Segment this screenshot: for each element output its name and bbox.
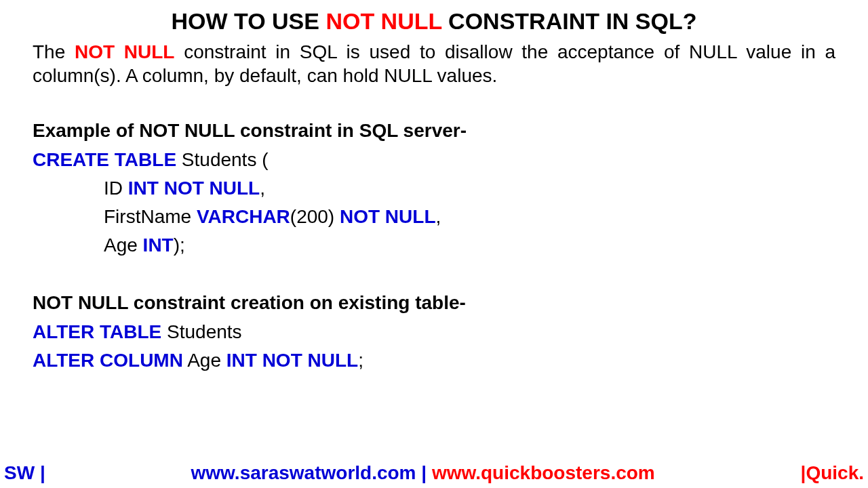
id-post: ,: [260, 178, 265, 199]
description: The NOT NULL constraint in SQL is used t…: [33, 40, 835, 87]
ac-mid: Age: [183, 350, 226, 371]
kw-alter-table: ALTER TABLE: [33, 321, 161, 342]
code-alter-table: ALTER TABLE Students: [33, 318, 835, 346]
code-create-table: CREATE TABLE Students (: [33, 146, 835, 174]
code-age-line: Age INT);: [33, 231, 835, 260]
age-pre: Age: [104, 235, 143, 256]
title-highlight: NOT NULL: [326, 8, 441, 34]
create-rest: Students (: [176, 149, 268, 170]
footer-left: SW |: [4, 462, 45, 484]
code-id-line: ID INT NOT NULL,: [33, 174, 835, 203]
ac-post: ;: [358, 350, 363, 371]
code-alter-column: ALTER COLUMN Age INT NOT NULL;: [33, 346, 835, 375]
footer-center-blue: www.saraswatworld.com |: [191, 462, 432, 483]
kw-int: INT: [143, 235, 174, 256]
footer-right: |Quick.: [801, 462, 864, 484]
code-firstname-line: FirstName VARCHAR(200) NOT NULL,: [33, 203, 835, 231]
kw-alter-column: ALTER COLUMN: [33, 350, 183, 371]
title-pre: HOW TO USE: [171, 8, 326, 34]
footer: SW | www.saraswatworld.com | www.quickbo…: [0, 462, 868, 484]
kw-not-null: NOT NULL: [340, 206, 436, 227]
kw-int-not-null-2: INT NOT NULL: [226, 350, 358, 371]
kw-int-not-null: INT NOT NULL: [128, 178, 260, 199]
desc-pre: The: [33, 41, 75, 62]
fn-post: ,: [436, 206, 441, 227]
footer-center: www.saraswatworld.com | www.quickbooster…: [191, 462, 655, 484]
alter-rest: Students: [161, 321, 241, 342]
fn-mid: (200): [290, 206, 340, 227]
footer-center-red: www.quickboosters.com: [432, 462, 655, 483]
section2-heading: NOT NULL constraint creation on existing…: [33, 292, 835, 314]
age-post: );: [174, 235, 185, 256]
title-post: CONSTRAINT IN SQL?: [442, 8, 697, 34]
section1-heading: Example of NOT NULL constraint in SQL se…: [33, 120, 835, 142]
fn-pre: FirstName: [104, 206, 197, 227]
kw-create-table: CREATE TABLE: [33, 149, 176, 170]
id-pre: ID: [104, 178, 128, 199]
kw-varchar: VARCHAR: [197, 206, 290, 227]
desc-highlight: NOT NULL: [75, 41, 174, 62]
page-title: HOW TO USE NOT NULL CONSTRAINT IN SQL?: [33, 8, 835, 35]
